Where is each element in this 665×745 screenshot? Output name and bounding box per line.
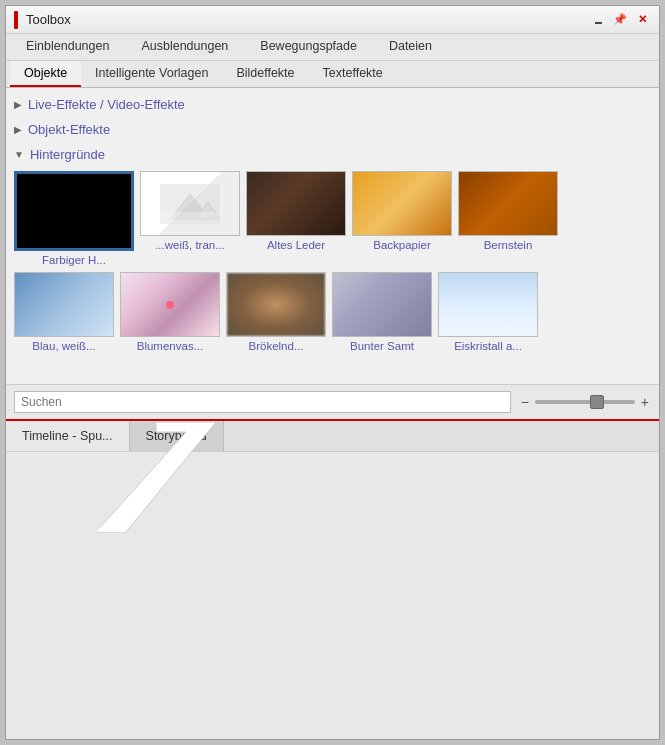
close-button[interactable]: ✕ — [633, 12, 651, 28]
main-content: ▶ Live-Effekte / Video-Effekte ▶ Objekt-… — [6, 88, 659, 739]
tab-ausblendungen[interactable]: Ausblendungen — [125, 34, 244, 60]
thumb-white-transparent — [141, 172, 239, 235]
svg-marker-5 — [96, 517, 126, 532]
item-label-farbiger: Farbiger H... — [42, 254, 106, 266]
thumb-orange-dark — [459, 172, 557, 235]
item-label-bernstein: Bernstein — [484, 239, 533, 251]
item-label-blumenvas: Blumenvas... — [137, 340, 203, 352]
search-input[interactable] — [14, 391, 511, 413]
list-item[interactable]: Blumenvas... — [120, 272, 220, 352]
section-arrow-hintergruende: ▼ — [14, 149, 24, 160]
toolbox-window: Toolbox 🗕 📌 ✕ Einblendungen Ausblendunge… — [5, 5, 660, 740]
item-label-weiss: ...weiß, tran... — [155, 239, 225, 251]
item-label-bunterSamt: Bunter Samt — [350, 340, 414, 352]
thumb-black — [17, 174, 131, 248]
items-grid: Farbiger H... .. — [6, 167, 659, 356]
tab-bewegungspfade[interactable]: Bewegungspfade — [244, 34, 373, 60]
title-red-bar — [14, 11, 18, 29]
tab-bildeffekte[interactable]: Bildeffekte — [222, 61, 308, 87]
tab-dateien[interactable]: Dateien — [373, 34, 448, 60]
thumb-flowers — [121, 273, 219, 336]
title-bar: Toolbox 🗕 📌 ✕ — [6, 6, 659, 34]
title-controls: 🗕 📌 ✕ — [589, 12, 651, 28]
bottom-empty-area — [6, 451, 659, 740]
section-objekt-effekte[interactable]: ▶ Objekt-Effekte — [6, 117, 659, 142]
section-live-effekte[interactable]: ▶ Live-Effekte / Video-Effekte — [6, 92, 659, 117]
section-arrow-live: ▶ — [14, 99, 22, 110]
thumb-blue-sky — [439, 273, 537, 336]
list-item[interactable]: Eiskristall a... — [438, 272, 538, 352]
item-thumb-blumenvas — [120, 272, 220, 337]
item-thumb-farbiger — [14, 171, 134, 251]
item-thumb-backpapier — [352, 171, 452, 236]
thumb-dark-texture — [247, 172, 345, 235]
item-label-leder: Altes Leder — [267, 239, 325, 251]
title-bar-left: Toolbox — [14, 11, 71, 29]
list-item[interactable]: Brökelnd... — [226, 272, 326, 352]
tab-timeline[interactable]: Timeline - Spu... — [6, 421, 130, 451]
flower-center — [166, 301, 174, 309]
panel-scroll[interactable]: ▶ Live-Effekte / Video-Effekte ▶ Objekt-… — [6, 88, 659, 384]
list-item[interactable]: Farbiger H... — [14, 171, 134, 266]
slider-plus[interactable]: + — [639, 394, 651, 410]
item-thumb-blau — [14, 272, 114, 337]
item-label-eiskristall: Eiskristall a... — [454, 340, 522, 352]
window-title: Toolbox — [26, 12, 71, 27]
tab-intelligente-vorlagen[interactable]: Intelligente Vorlagen — [81, 61, 222, 87]
list-item[interactable]: ...weiß, tran... — [140, 171, 240, 266]
slider-minus[interactable]: − — [519, 394, 531, 410]
item-thumb-bunterSamt — [332, 272, 432, 337]
section-arrow-objekt: ▶ — [14, 124, 22, 135]
item-thumb-brokelnd — [226, 272, 326, 337]
second-tab-bar: Objekte Intelligente Vorlagen Bildeffekt… — [6, 61, 659, 88]
section-title-live: Live-Effekte / Video-Effekte — [28, 97, 185, 112]
bottom-tabs: Timeline - Spu... Storyboard — [6, 419, 659, 451]
section-hintergruende[interactable]: ▼ Hintergründe — [6, 142, 659, 167]
svg-rect-3 — [160, 212, 220, 224]
slider-area: − + — [519, 394, 651, 410]
slider-thumb[interactable] — [590, 395, 604, 409]
section-title-objekt: Objekt-Effekte — [28, 122, 110, 137]
search-area: − + — [6, 384, 659, 419]
list-item[interactable]: Backpapier — [352, 171, 452, 266]
item-thumb-weiss — [140, 171, 240, 236]
item-label-blau: Blau, weiß... — [32, 340, 95, 352]
section-title-hintergruende: Hintergründe — [30, 147, 105, 162]
tab-texteffekte[interactable]: Texteffekte — [309, 61, 397, 87]
tab-storyboard[interactable]: Storyboard — [130, 421, 224, 451]
list-item[interactable]: Bernstein — [458, 171, 558, 266]
tab-einblendungen[interactable]: Einblendungen — [10, 34, 125, 60]
mountain-icon — [160, 184, 220, 224]
pin-button[interactable]: 📌 — [611, 12, 629, 28]
tab-objekte[interactable]: Objekte — [10, 61, 81, 87]
thumb-blue-white — [15, 273, 113, 336]
item-thumb-leder — [246, 171, 346, 236]
item-thumb-eiskristall — [438, 272, 538, 337]
list-item[interactable]: Altes Leder — [246, 171, 346, 266]
list-item[interactable]: Blau, weiß... — [14, 272, 114, 352]
item-label-backpapier: Backpapier — [373, 239, 431, 251]
thumb-blur-brown — [227, 273, 325, 336]
minimize-button[interactable]: 🗕 — [589, 12, 607, 28]
list-item[interactable]: Bunter Samt — [332, 272, 432, 352]
thumb-orange-light — [353, 172, 451, 235]
slider-track[interactable] — [535, 400, 635, 404]
item-thumb-bernstein — [458, 171, 558, 236]
item-label-brokelnd: Brökelnd... — [249, 340, 304, 352]
top-tab-bar: Einblendungen Ausblendungen Bewegungspfa… — [6, 34, 659, 61]
